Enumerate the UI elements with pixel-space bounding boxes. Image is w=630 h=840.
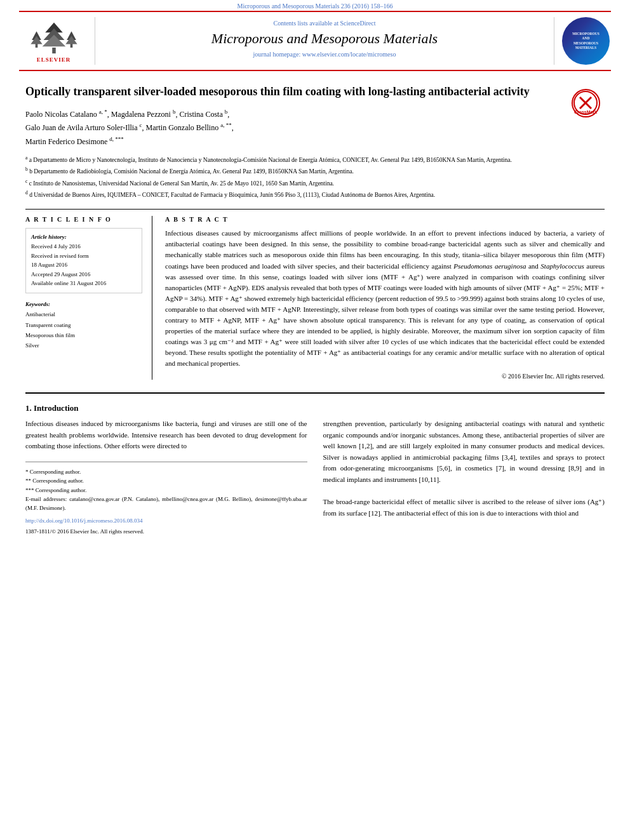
article-history-label: Article history: [31,234,137,240]
journal-title: Microporous and Mesoporous Materials [108,30,541,47]
keywords-list: Antibacterial Transparent coating Mesopo… [25,309,142,350]
journal-homepage[interactable]: journal homepage: www.elsevier.com/locat… [108,51,541,58]
svg-marker-3 [42,34,65,46]
abstract-column: A B S T R A C T Infectious diseases caus… [165,216,605,380]
issn-line: 1387-1811/© 2016 Elsevier Inc. All right… [25,527,307,536]
footnote-1: * Corresponding author. [25,467,307,476]
svg-text:CrossMark: CrossMark [574,110,597,114]
elsevier-logo: ELSEVIER [19,17,95,65]
journal-reference-bar: Microporous and Mesoporous Materials 236… [0,0,630,11]
elsevier-tree-icon [29,20,79,55]
svg-rect-0 [52,48,56,53]
authors-block: Paolo Nicolas Catalano a, *, Magdalena P… [25,107,605,148]
affiliations-block: a a Departamento de Micro y Nanotecnolog… [25,154,605,200]
abstract-text: Infectious diseases caused by microorgan… [165,228,605,369]
article-info-abstract-section: A R T I C L E I N F O Article history: R… [25,209,605,380]
keyword-item: Mesoporous thin film [25,330,142,340]
journal-logo-circle: MICROPOROUSANDMESOPOROUSMATERIALS [562,17,610,65]
intro-heading: 1. Introduction [25,403,605,413]
article-info-heading: A R T I C L E I N F O [25,216,142,223]
abstract-heading: A B S T R A C T [165,216,605,223]
crossmark-badge: CrossMark [566,84,605,122]
journal-title-block: Contents lists available at ScienceDirec… [95,17,554,65]
keywords-label: Keywords: [25,301,142,307]
journal-header: ELSEVIER Contents lists available at Sci… [19,11,611,71]
keyword-item: Transparent coating [25,320,142,330]
intro-right-col: strengthen prevention, particularly by d… [323,418,605,537]
article-content: Optically transparent silver-loaded meso… [0,71,630,549]
footnote-emails: E-mail addresses: catalano@cnea.gov.ar (… [25,495,307,513]
crossmark-icon: CrossMark [572,89,600,117]
footnotes-block: * Corresponding author. ** Corresponding… [25,462,307,537]
keyword-item: Silver [25,340,142,350]
footnote-3: *** Corresponding author. [25,486,307,495]
doi-line[interactable]: http://dx.doi.org/10.1016/j.micromeso.20… [25,516,307,525]
article-dates: Received 4 July 2016 Received in revised… [31,242,137,288]
copyright-line: © 2016 Elsevier Inc. All rights reserved… [165,373,605,380]
journal-ref-text: Microporous and Mesoporous Materials 236… [238,3,393,10]
article-title: Optically transparent silver-loaded meso… [25,84,605,100]
journal-logo-right: MICROPOROUSANDMESOPOROUSMATERIALS [554,17,611,65]
article-dates-box: Article history: Received 4 July 2016 Re… [25,228,142,293]
keyword-item: Antibacterial [25,309,142,319]
introduction-section: 1. Introduction Infectious diseases indu… [25,392,605,537]
sciencedirect-link[interactable]: Contents lists available at ScienceDirec… [108,20,541,27]
elsevier-label: ELSEVIER [37,57,71,63]
footnote-2: ** Corresponding author. [25,476,307,485]
intro-two-col: Infectious diseases induced by microorga… [25,418,605,537]
journal-logo-text: MICROPOROUSANDMESOPOROUSMATERIALS [570,29,601,53]
intro-left-col: Infectious diseases induced by microorga… [25,418,307,537]
article-info-column: A R T I C L E I N F O Article history: R… [25,216,152,380]
